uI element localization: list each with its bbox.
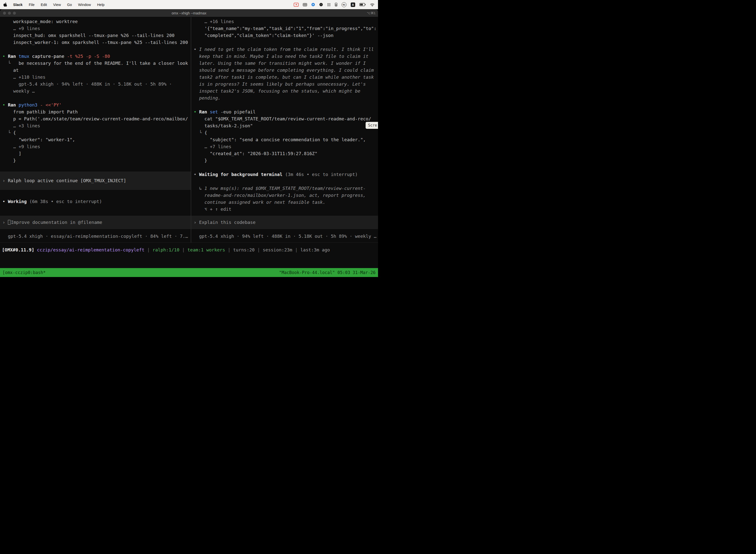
keyboard-grid-icon[interactable] xyxy=(303,3,307,6)
terminal-line: pending. xyxy=(194,95,378,102)
terminal-line: • Ran set -euo pipefail xyxy=(194,108,378,115)
menu-help[interactable]: Help xyxy=(97,3,105,7)
menu-edit[interactable]: Edit xyxy=(41,3,47,7)
terminal-line: } xyxy=(2,157,191,164)
menu-bar: Slack File Edit View Go Window Help xyxy=(0,0,378,9)
terminal-line: "worker": "worker-1", xyxy=(2,136,191,143)
prompt-input-left[interactable]: › Improve documentation in @filename xyxy=(0,216,191,229)
terminal-line: inspect task2's JSON, focusing on the st… xyxy=(194,88,378,95)
omx-session-statusline: [OMX#0.11.9] cczip/essay/ai-reimplementa… xyxy=(0,243,378,254)
tmux-host-and-clock: "MacBook-Pro-44.local" 05:03 31-Mar-26 xyxy=(279,270,376,275)
terminal-window: omx --xhigh --madmax ⌥⌘1 workspace_mode:… xyxy=(0,9,378,277)
terminal-line: … +110 lines xyxy=(2,74,191,81)
terminal-line: continue assigned work or next feasible … xyxy=(194,199,378,206)
terminal-line: ⌥ + ↑ edit xyxy=(194,206,378,213)
terminal-line: } xyxy=(194,157,378,164)
terminal-line xyxy=(194,164,378,171)
menu-window[interactable]: Window xyxy=(78,3,91,7)
menu-go[interactable]: Go xyxy=(67,3,72,7)
terminal-line: › Explain this codebase xyxy=(194,219,378,226)
terminal-line: • I need to get the claim token from the… xyxy=(194,46,378,53)
wifi-icon[interactable] xyxy=(370,3,375,6)
ralph-loop-banner: › Ralph loop active continue [OMX_TMUX_I… xyxy=(0,171,191,190)
terminal-line: at xyxy=(2,67,191,74)
terminal-line: weekly … xyxy=(2,88,191,95)
terminal-line: … +9 lines xyxy=(2,143,191,150)
battery-icon[interactable] xyxy=(359,3,366,6)
right-terminal-pane[interactable]: … +16 lines '{"team_name":"my-team","tas… xyxy=(191,17,378,242)
minimize-button[interactable] xyxy=(8,12,11,15)
app-grid-icon[interactable] xyxy=(327,3,331,6)
battery-percent-badge[interactable]: 61 xyxy=(341,2,346,7)
right-scrollback: … +16 lines '{"team_name":"my-team","tas… xyxy=(194,18,378,213)
terminal-line: └ { xyxy=(2,129,191,136)
window-shortcut-hint: ⌥⌘1 xyxy=(367,11,376,15)
window-title: omx --xhigh --madmax xyxy=(172,11,206,15)
terminal-line: from pathlib import Path xyxy=(2,108,191,115)
terminal-line: • Ran python3 - <<'PY' xyxy=(2,102,191,108)
zoom-button[interactable] xyxy=(13,12,16,15)
terminal-line: later. Using the same for transition mig… xyxy=(194,60,378,67)
right-pane-statusline: gpt-5.4 xhigh · 94% left · 488K in · 5.1… xyxy=(194,233,378,240)
menu-status-area: 61 A xyxy=(294,2,375,7)
terminal-line: › Ralph loop active continue [OMX_TMUX_I… xyxy=(2,177,191,184)
menu-file[interactable]: File xyxy=(29,3,35,7)
input-source-icon[interactable]: A xyxy=(351,2,355,7)
tmux-panes: workspace_mode: worktree … +9 lines insp… xyxy=(0,17,378,243)
terminal-line: └ { xyxy=(194,129,378,136)
terminal-line: "created_at": "2026-03-31T11:59:27.816Z" xyxy=(194,150,378,157)
left-scrollback: workspace_mode: worktree … +9 lines insp… xyxy=(2,18,191,164)
desktop: Slack File Edit View Go Window Help xyxy=(0,0,378,277)
terminal-line xyxy=(194,39,378,46)
active-app-menu[interactable]: Slack xyxy=(13,3,22,7)
terminal-line: ↳ 1 new msg(s): read $OMX_TEAM_STATE_ROO… xyxy=(194,185,378,192)
terminal-line: should send a message before completing … xyxy=(194,67,378,74)
terminal-line: gpt-5.4 xhigh · 94% left · 488K in · 5.1… xyxy=(194,233,378,240)
terminal-line: inspect_hud: omx sparkshell --tmux-pane … xyxy=(2,32,191,39)
terminal-line: [OMX#0.11.9] cczip/essay/ai-reimplementa… xyxy=(2,246,376,254)
terminal-line: … +3 lines xyxy=(2,122,191,129)
record-dot-icon xyxy=(296,4,297,5)
terminal-line xyxy=(2,46,191,53)
screen-recording-icon[interactable] xyxy=(294,3,299,7)
tmux-status-bar: [omx-cczip0:bash* "MacBook-Pro-44.local"… xyxy=(0,268,378,277)
terminal-line: └ be necessary for the end of the README… xyxy=(2,60,191,67)
tmux-session-name[interactable]: [omx-cczip0:bash* xyxy=(2,270,46,275)
close-button[interactable] xyxy=(3,12,6,15)
terminal-line: task2 after task1 is complete, but can I… xyxy=(194,74,378,81)
terminal-line xyxy=(194,102,378,108)
terminal-line: ] xyxy=(2,150,191,157)
left-pane-statusline: gpt-5.4 xhigh · essay/ai-reimplementatio… xyxy=(2,233,191,240)
terminal-line: • Working (6m 38s • esc to interrupt) xyxy=(2,198,191,205)
terminal-line xyxy=(194,178,378,185)
terminal-line: is in progress? It seems likely but perh… xyxy=(194,81,378,88)
app-icon-dark-circle[interactable] xyxy=(319,3,323,6)
terminal-line: gpt-5.4 xhigh · 94% left · 488K in · 5.1… xyxy=(2,81,191,88)
terminal-line: … +9 lines xyxy=(2,25,191,32)
terminal-line: "subject": "send a concise recommendatio… xyxy=(194,136,378,143)
terminal-line: p = Path('.omx/state/team/review-current… xyxy=(2,115,191,122)
terminal-line: keep that in mind. Maybe I also need the… xyxy=(194,53,378,60)
working-status: • Working (6m 38s • esc to interrupt) xyxy=(2,198,191,205)
terminal-line: tasks/task-2.json" xyxy=(194,122,378,129)
terminal-line: • Ran tmux capture-pane -t %25 -p -S -80 xyxy=(2,53,191,60)
terminal-line: readme-and-reco/mailbox/worker-1.json, a… xyxy=(194,192,378,199)
terminal-line: inspect_worker-1: omx sparkshell --tmux-… xyxy=(2,39,191,46)
terminal-line: … +16 lines xyxy=(194,18,378,25)
app-icon-blue[interactable] xyxy=(311,3,315,6)
prompt-input-right[interactable]: › Explain this codebase xyxy=(191,216,378,229)
terminal-line: gpt-5.4 xhigh · essay/ai-reimplementatio… xyxy=(2,233,191,240)
left-terminal-pane[interactable]: workspace_mode: worktree … +9 lines insp… xyxy=(0,17,191,242)
terminal-line: › Improve documentation in @filename xyxy=(2,219,191,226)
terminal-line xyxy=(2,95,191,102)
terminal-line: workspace_mode: worktree xyxy=(2,18,191,25)
terminal-line: cat "$OMX_TEAM_STATE_ROOT/team/review-cu… xyxy=(194,115,378,122)
apple-menu-icon[interactable] xyxy=(3,2,7,7)
menu-left: Slack File Edit View Go Window Help xyxy=(3,2,105,7)
window-titlebar[interactable]: omx --xhigh --madmax ⌥⌘1 xyxy=(0,9,378,17)
screenshot-tooltip: Scre xyxy=(366,122,378,129)
menu-view[interactable]: View xyxy=(53,3,61,7)
terminal-line: … +7 lines xyxy=(194,143,378,150)
traffic-lights xyxy=(3,12,16,15)
stats-icon[interactable] xyxy=(335,3,337,6)
